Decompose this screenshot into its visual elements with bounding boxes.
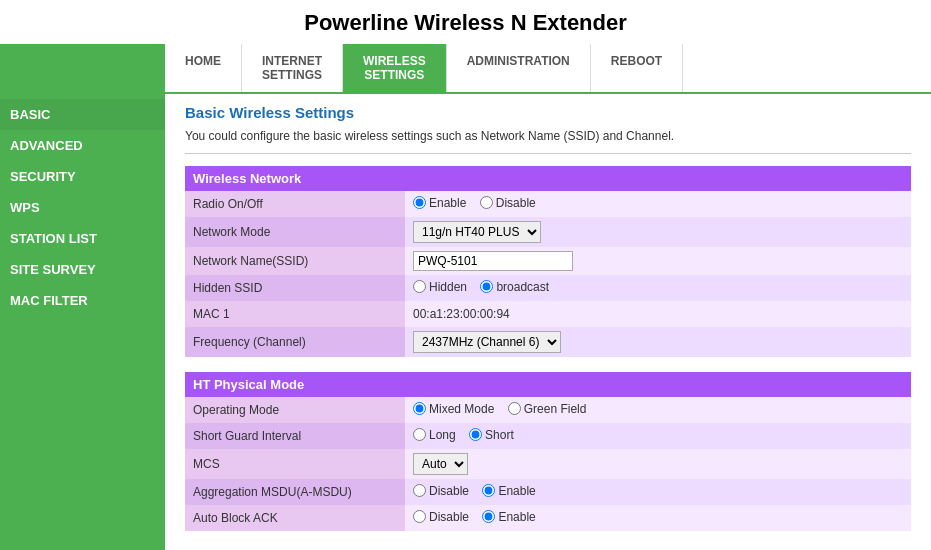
- frequency-select[interactable]: 2437MHz (Channel 6): [413, 331, 561, 353]
- long-option[interactable]: Long: [413, 428, 456, 442]
- short-radio[interactable]: [469, 428, 482, 441]
- nav-internet[interactable]: INTERNET SETTINGS: [242, 44, 343, 92]
- sidebar-item-site-survey[interactable]: SITE SURVEY: [0, 254, 165, 285]
- nav-home[interactable]: HOME: [165, 44, 242, 92]
- table-row: Short Guard Interval Long Short: [185, 423, 911, 449]
- hidden-ssid-label: Hidden SSID: [185, 275, 405, 301]
- disable-radio[interactable]: [480, 196, 493, 209]
- wireless-network-header: Wireless Network: [185, 166, 911, 191]
- enable-option[interactable]: Enable: [413, 196, 466, 210]
- aggregation-label: Aggregation MSDU(A-MSDU): [185, 479, 405, 505]
- long-radio[interactable]: [413, 428, 426, 441]
- agg-enable-option[interactable]: Enable: [482, 484, 535, 498]
- mac1-label: MAC 1: [185, 301, 405, 327]
- ht-physical-header: HT Physical Mode: [185, 372, 911, 397]
- operating-mode-value: Mixed Mode Green Field: [405, 397, 911, 423]
- sidebar-item-advanced[interactable]: ADVANCED: [0, 130, 165, 161]
- agg-disable-option[interactable]: Disable: [413, 484, 469, 498]
- mixed-mode-radio[interactable]: [413, 402, 426, 415]
- radio-on-off-label: Radio On/Off: [185, 191, 405, 217]
- table-row: Radio On/Off Enable Disable: [185, 191, 911, 217]
- auto-block-value: Disable Enable: [405, 505, 911, 531]
- ht-physical-table: HT Physical Mode Operating Mode Mixed Mo…: [185, 372, 911, 531]
- nav-wireless[interactable]: WIRELESS SETTINGS: [343, 44, 447, 92]
- sidebar-item-wps[interactable]: WPS: [0, 192, 165, 223]
- ack-disable-option[interactable]: Disable: [413, 510, 469, 524]
- sidebar-item-security[interactable]: SECURITY: [0, 161, 165, 192]
- ack-disable-radio[interactable]: [413, 510, 426, 523]
- table-row: Network Name(SSID): [185, 247, 911, 275]
- short-option[interactable]: Short: [469, 428, 514, 442]
- nav-left-spacer: [0, 44, 165, 92]
- divider: [185, 153, 911, 154]
- sidebar: BASIC ADVANCED SECURITY WPS STATION LIST…: [0, 94, 165, 550]
- ack-enable-option[interactable]: Enable: [482, 510, 535, 524]
- frequency-value: 2437MHz (Channel 6): [405, 327, 911, 357]
- aggregation-value: Disable Enable: [405, 479, 911, 505]
- table-row: Hidden SSID Hidden broadcast: [185, 275, 911, 301]
- nav-administration[interactable]: ADMINISTRATION: [447, 44, 591, 92]
- table-row: MAC 1 00:a1:23:00:00:94: [185, 301, 911, 327]
- agg-disable-radio[interactable]: [413, 484, 426, 497]
- frequency-label: Frequency (Channel): [185, 327, 405, 357]
- enable-radio[interactable]: [413, 196, 426, 209]
- ssid-input[interactable]: [413, 251, 573, 271]
- hidden-option[interactable]: Hidden: [413, 280, 467, 294]
- green-field-radio[interactable]: [508, 402, 521, 415]
- table-row: Frequency (Channel) 2437MHz (Channel 6): [185, 327, 911, 357]
- mcs-select[interactable]: Auto: [413, 453, 468, 475]
- guard-interval-label: Short Guard Interval: [185, 423, 405, 449]
- broadcast-radio[interactable]: [480, 280, 493, 293]
- mcs-label: MCS: [185, 449, 405, 479]
- page-title: Powerline Wireless N Extender: [0, 0, 931, 44]
- hidden-radio[interactable]: [413, 280, 426, 293]
- agg-enable-radio[interactable]: [482, 484, 495, 497]
- network-mode-select[interactable]: 11g/n HT40 PLUS: [413, 221, 541, 243]
- table-row: Network Mode 11g/n HT40 PLUS: [185, 217, 911, 247]
- nav-bar: HOME INTERNET SETTINGS WIRELESS SETTINGS…: [0, 44, 931, 94]
- radio-on-off-value: Enable Disable: [405, 191, 911, 217]
- ssid-value: [405, 247, 911, 275]
- wireless-network-table: Wireless Network Radio On/Off Enable Dis…: [185, 166, 911, 357]
- nav-reboot[interactable]: REBOOT: [591, 44, 683, 92]
- green-field-option[interactable]: Green Field: [508, 402, 587, 416]
- mcs-value: Auto: [405, 449, 911, 479]
- table-row: Auto Block ACK Disable Enable: [185, 505, 911, 531]
- button-row: Apply Cancel: [185, 546, 911, 550]
- broadcast-option[interactable]: broadcast: [480, 280, 549, 294]
- auto-block-label: Auto Block ACK: [185, 505, 405, 531]
- section-title: Basic Wireless Settings: [185, 104, 911, 121]
- sidebar-item-mac-filter[interactable]: MAC FILTER: [0, 285, 165, 316]
- ack-enable-radio[interactable]: [482, 510, 495, 523]
- sidebar-item-basic[interactable]: BASIC: [0, 99, 165, 130]
- operating-mode-label: Operating Mode: [185, 397, 405, 423]
- table-row: Operating Mode Mixed Mode Green Field: [185, 397, 911, 423]
- mixed-mode-option[interactable]: Mixed Mode: [413, 402, 494, 416]
- table-row: MCS Auto: [185, 449, 911, 479]
- table-row: Aggregation MSDU(A-MSDU) Disable Enable: [185, 479, 911, 505]
- guard-interval-value: Long Short: [405, 423, 911, 449]
- description-text: You could configure the basic wireless s…: [185, 129, 911, 143]
- sidebar-item-station-list[interactable]: STATION LIST: [0, 223, 165, 254]
- content-area: Basic Wireless Settings You could config…: [165, 94, 931, 550]
- hidden-ssid-value: Hidden broadcast: [405, 275, 911, 301]
- ssid-label: Network Name(SSID): [185, 247, 405, 275]
- network-mode-value: 11g/n HT40 PLUS: [405, 217, 911, 247]
- disable-option[interactable]: Disable: [480, 196, 536, 210]
- mac1-value: 00:a1:23:00:00:94: [405, 301, 911, 327]
- network-mode-label: Network Mode: [185, 217, 405, 247]
- main-layout: BASIC ADVANCED SECURITY WPS STATION LIST…: [0, 94, 931, 550]
